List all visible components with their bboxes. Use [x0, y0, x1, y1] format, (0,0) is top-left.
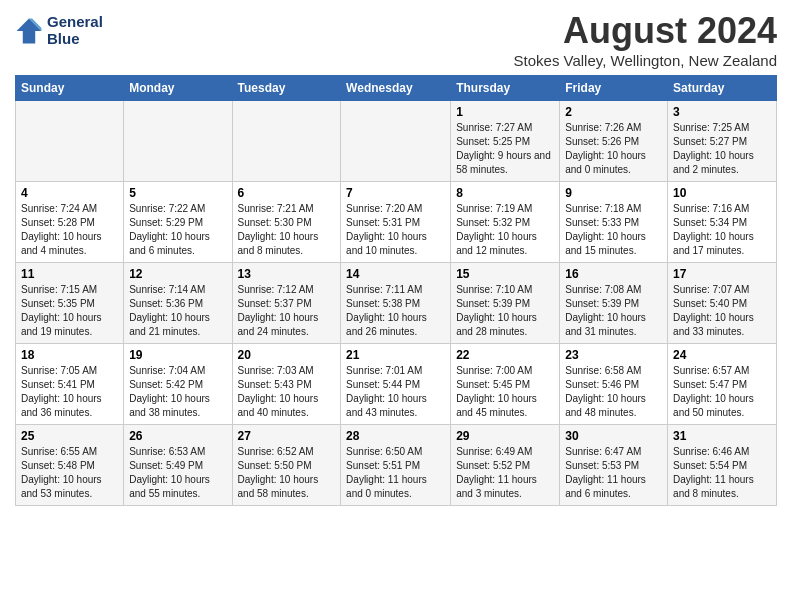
logo: General Blue	[15, 14, 103, 47]
day-info: Sunrise: 7:22 AM Sunset: 5:29 PM Dayligh…	[129, 202, 226, 258]
day-info: Sunrise: 6:58 AM Sunset: 5:46 PM Dayligh…	[565, 364, 662, 420]
day-number: 16	[565, 267, 662, 281]
day-number: 7	[346, 186, 445, 200]
day-number: 4	[21, 186, 118, 200]
day-info: Sunrise: 6:49 AM Sunset: 5:52 PM Dayligh…	[456, 445, 554, 501]
day-number: 15	[456, 267, 554, 281]
day-number: 13	[238, 267, 336, 281]
day-number: 8	[456, 186, 554, 200]
calendar-cell: 4Sunrise: 7:24 AM Sunset: 5:28 PM Daylig…	[16, 182, 124, 263]
calendar-week-row: 25Sunrise: 6:55 AM Sunset: 5:48 PM Dayli…	[16, 425, 777, 506]
calendar-cell	[124, 101, 232, 182]
calendar-cell: 5Sunrise: 7:22 AM Sunset: 5:29 PM Daylig…	[124, 182, 232, 263]
day-info: Sunrise: 7:21 AM Sunset: 5:30 PM Dayligh…	[238, 202, 336, 258]
calendar-week-row: 1Sunrise: 7:27 AM Sunset: 5:25 PM Daylig…	[16, 101, 777, 182]
logo-line1: General	[47, 14, 103, 31]
day-info: Sunrise: 7:05 AM Sunset: 5:41 PM Dayligh…	[21, 364, 118, 420]
calendar-cell: 18Sunrise: 7:05 AM Sunset: 5:41 PM Dayli…	[16, 344, 124, 425]
day-number: 1	[456, 105, 554, 119]
day-number: 23	[565, 348, 662, 362]
calendar-cell: 31Sunrise: 6:46 AM Sunset: 5:54 PM Dayli…	[668, 425, 777, 506]
header: General Blue August 2024 Stokes Valley, …	[15, 10, 777, 69]
calendar-cell: 21Sunrise: 7:01 AM Sunset: 5:44 PM Dayli…	[341, 344, 451, 425]
calendar-cell: 28Sunrise: 6:50 AM Sunset: 5:51 PM Dayli…	[341, 425, 451, 506]
day-number: 12	[129, 267, 226, 281]
day-number: 29	[456, 429, 554, 443]
day-info: Sunrise: 7:15 AM Sunset: 5:35 PM Dayligh…	[21, 283, 118, 339]
day-info: Sunrise: 7:19 AM Sunset: 5:32 PM Dayligh…	[456, 202, 554, 258]
day-info: Sunrise: 7:25 AM Sunset: 5:27 PM Dayligh…	[673, 121, 771, 177]
day-number: 31	[673, 429, 771, 443]
day-info: Sunrise: 7:27 AM Sunset: 5:25 PM Dayligh…	[456, 121, 554, 177]
calendar-cell: 7Sunrise: 7:20 AM Sunset: 5:31 PM Daylig…	[341, 182, 451, 263]
calendar-table: SundayMondayTuesdayWednesdayThursdayFrid…	[15, 75, 777, 506]
calendar-cell: 12Sunrise: 7:14 AM Sunset: 5:36 PM Dayli…	[124, 263, 232, 344]
day-number: 26	[129, 429, 226, 443]
main-title: August 2024	[514, 10, 777, 52]
header-day: Sunday	[16, 76, 124, 101]
day-info: Sunrise: 6:47 AM Sunset: 5:53 PM Dayligh…	[565, 445, 662, 501]
day-info: Sunrise: 7:24 AM Sunset: 5:28 PM Dayligh…	[21, 202, 118, 258]
day-number: 21	[346, 348, 445, 362]
calendar-cell: 2Sunrise: 7:26 AM Sunset: 5:26 PM Daylig…	[560, 101, 668, 182]
header-day: Friday	[560, 76, 668, 101]
calendar-cell: 3Sunrise: 7:25 AM Sunset: 5:27 PM Daylig…	[668, 101, 777, 182]
calendar-cell	[16, 101, 124, 182]
header-row: SundayMondayTuesdayWednesdayThursdayFrid…	[16, 76, 777, 101]
day-number: 9	[565, 186, 662, 200]
day-info: Sunrise: 7:10 AM Sunset: 5:39 PM Dayligh…	[456, 283, 554, 339]
day-info: Sunrise: 7:16 AM Sunset: 5:34 PM Dayligh…	[673, 202, 771, 258]
day-number: 19	[129, 348, 226, 362]
day-number: 22	[456, 348, 554, 362]
day-number: 11	[21, 267, 118, 281]
header-day: Monday	[124, 76, 232, 101]
title-area: August 2024 Stokes Valley, Wellington, N…	[514, 10, 777, 69]
day-info: Sunrise: 6:53 AM Sunset: 5:49 PM Dayligh…	[129, 445, 226, 501]
day-number: 20	[238, 348, 336, 362]
calendar-cell: 30Sunrise: 6:47 AM Sunset: 5:53 PM Dayli…	[560, 425, 668, 506]
calendar-cell: 23Sunrise: 6:58 AM Sunset: 5:46 PM Dayli…	[560, 344, 668, 425]
day-number: 6	[238, 186, 336, 200]
day-info: Sunrise: 6:57 AM Sunset: 5:47 PM Dayligh…	[673, 364, 771, 420]
day-info: Sunrise: 7:18 AM Sunset: 5:33 PM Dayligh…	[565, 202, 662, 258]
header-day: Thursday	[451, 76, 560, 101]
calendar-cell: 16Sunrise: 7:08 AM Sunset: 5:39 PM Dayli…	[560, 263, 668, 344]
calendar-cell: 15Sunrise: 7:10 AM Sunset: 5:39 PM Dayli…	[451, 263, 560, 344]
header-day: Wednesday	[341, 76, 451, 101]
logo-text: General Blue	[47, 14, 103, 47]
calendar-week-row: 18Sunrise: 7:05 AM Sunset: 5:41 PM Dayli…	[16, 344, 777, 425]
calendar-body: 1Sunrise: 7:27 AM Sunset: 5:25 PM Daylig…	[16, 101, 777, 506]
calendar-cell	[341, 101, 451, 182]
day-number: 18	[21, 348, 118, 362]
header-day: Saturday	[668, 76, 777, 101]
day-number: 10	[673, 186, 771, 200]
calendar-week-row: 11Sunrise: 7:15 AM Sunset: 5:35 PM Dayli…	[16, 263, 777, 344]
day-info: Sunrise: 7:00 AM Sunset: 5:45 PM Dayligh…	[456, 364, 554, 420]
calendar-cell: 20Sunrise: 7:03 AM Sunset: 5:43 PM Dayli…	[232, 344, 341, 425]
day-number: 2	[565, 105, 662, 119]
calendar-cell: 13Sunrise: 7:12 AM Sunset: 5:37 PM Dayli…	[232, 263, 341, 344]
day-number: 30	[565, 429, 662, 443]
day-info: Sunrise: 6:50 AM Sunset: 5:51 PM Dayligh…	[346, 445, 445, 501]
calendar-cell: 26Sunrise: 6:53 AM Sunset: 5:49 PM Dayli…	[124, 425, 232, 506]
calendar-cell: 29Sunrise: 6:49 AM Sunset: 5:52 PM Dayli…	[451, 425, 560, 506]
day-info: Sunrise: 6:55 AM Sunset: 5:48 PM Dayligh…	[21, 445, 118, 501]
day-number: 17	[673, 267, 771, 281]
day-info: Sunrise: 7:14 AM Sunset: 5:36 PM Dayligh…	[129, 283, 226, 339]
subtitle: Stokes Valley, Wellington, New Zealand	[514, 52, 777, 69]
day-info: Sunrise: 6:52 AM Sunset: 5:50 PM Dayligh…	[238, 445, 336, 501]
calendar-cell: 24Sunrise: 6:57 AM Sunset: 5:47 PM Dayli…	[668, 344, 777, 425]
calendar-cell: 25Sunrise: 6:55 AM Sunset: 5:48 PM Dayli…	[16, 425, 124, 506]
calendar-cell: 6Sunrise: 7:21 AM Sunset: 5:30 PM Daylig…	[232, 182, 341, 263]
calendar-cell: 22Sunrise: 7:00 AM Sunset: 5:45 PM Dayli…	[451, 344, 560, 425]
day-info: Sunrise: 7:08 AM Sunset: 5:39 PM Dayligh…	[565, 283, 662, 339]
calendar-header: SundayMondayTuesdayWednesdayThursdayFrid…	[16, 76, 777, 101]
day-number: 5	[129, 186, 226, 200]
day-info: Sunrise: 7:26 AM Sunset: 5:26 PM Dayligh…	[565, 121, 662, 177]
logo-line2: Blue	[47, 31, 103, 48]
day-number: 14	[346, 267, 445, 281]
day-number: 27	[238, 429, 336, 443]
day-info: Sunrise: 7:01 AM Sunset: 5:44 PM Dayligh…	[346, 364, 445, 420]
day-info: Sunrise: 7:03 AM Sunset: 5:43 PM Dayligh…	[238, 364, 336, 420]
calendar-cell: 8Sunrise: 7:19 AM Sunset: 5:32 PM Daylig…	[451, 182, 560, 263]
